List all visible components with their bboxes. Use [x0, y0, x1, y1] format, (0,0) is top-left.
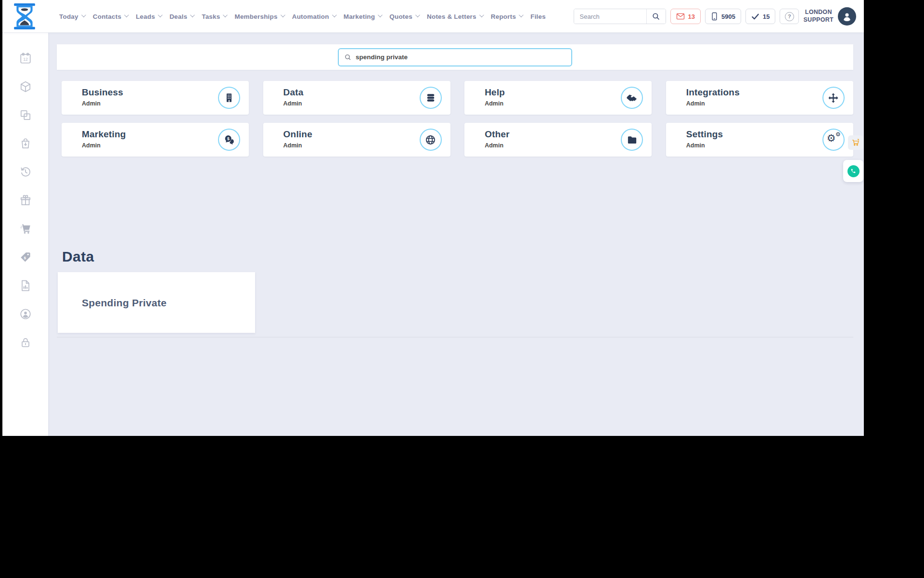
question-icon: ?	[785, 12, 794, 21]
history-icon[interactable]	[19, 166, 32, 178]
module-search-box	[338, 48, 572, 66]
section-heading: Data	[62, 249, 94, 265]
phone-badge[interactable]: 5905	[705, 9, 741, 24]
card-business[interactable]: Business Admin	[62, 81, 249, 115]
copy-icon[interactable]	[19, 109, 32, 121]
help-button[interactable]: ?	[780, 9, 799, 24]
cart-fab-button[interactable]	[848, 135, 863, 150]
globe-icon	[420, 129, 442, 151]
svg-text:12: 12	[23, 57, 28, 62]
card-other[interactable]: Other Admin	[464, 123, 652, 157]
nav-item-files[interactable]: Files	[530, 13, 546, 20]
card-integrations[interactable]: Integrations Admin	[666, 81, 853, 115]
main-nav: Today Contacts Leads Deals Tasks Members…	[59, 0, 546, 33]
user-avatar[interactable]	[838, 7, 856, 26]
mail-badge[interactable]: 13	[670, 9, 701, 24]
app-window: Today Contacts Leads Deals Tasks Members…	[2, 0, 864, 436]
module-search-band	[57, 44, 853, 70]
card-settings[interactable]: Settings Admin ⚙ ⚙	[666, 123, 853, 157]
card-marketing[interactable]: Marketing Admin $	[62, 123, 249, 157]
chevron-down-icon	[158, 13, 163, 17]
account-name: LONDON SUPPORT	[803, 9, 834, 24]
lock-icon[interactable]	[19, 336, 32, 349]
nav-item-notes-letters[interactable]: Notes & Letters	[427, 13, 483, 20]
search-button[interactable]	[646, 9, 666, 24]
top-bar: Today Contacts Leads Deals Tasks Members…	[2, 0, 864, 33]
mail-count: 13	[688, 13, 695, 20]
nav-item-memberships[interactable]: Memberships	[234, 13, 283, 20]
chevron-down-icon	[378, 13, 383, 17]
global-search	[574, 9, 666, 24]
left-sidebar: 12 $	[2, 33, 48, 436]
module-search-input[interactable]	[356, 53, 566, 61]
hourglass-logo[interactable]	[13, 3, 36, 29]
chevron-down-icon	[223, 13, 228, 17]
search-result-item[interactable]: Spending Private	[58, 272, 255, 333]
phone-extension: 5905	[721, 13, 735, 20]
building-icon	[218, 87, 240, 109]
mail-icon	[676, 13, 685, 20]
chevron-down-icon	[415, 13, 420, 17]
shopping-cart-icon	[851, 138, 860, 147]
money-chat-icon: $	[218, 129, 240, 151]
card-online[interactable]: Online Admin	[263, 123, 450, 157]
chevron-down-icon	[332, 13, 337, 17]
svg-text:$: $	[227, 136, 229, 141]
chevron-down-icon	[190, 13, 195, 17]
nav-item-tasks[interactable]: Tasks	[202, 13, 226, 20]
gift-icon[interactable]	[19, 194, 32, 207]
check-icon	[751, 13, 759, 20]
nav-item-deals[interactable]: Deals	[169, 13, 193, 20]
nav-item-leads[interactable]: Leads	[136, 13, 161, 20]
handshake-icon	[621, 87, 643, 109]
phone-icon	[847, 165, 860, 177]
chevron-down-icon	[479, 13, 484, 17]
nav-item-automation[interactable]: Automation	[292, 13, 335, 20]
cube-icon[interactable]	[19, 80, 32, 93]
task-count: 15	[763, 13, 770, 20]
chevron-down-icon	[81, 13, 86, 17]
person-icon	[841, 11, 853, 22]
mobile-phone-icon	[711, 12, 718, 21]
search-icon	[344, 53, 352, 61]
gears-icon: ⚙ ⚙	[822, 129, 845, 151]
calendar-icon[interactable]: 12	[19, 52, 32, 65]
card-help[interactable]: Help Admin	[464, 81, 652, 115]
nav-item-reports[interactable]: Reports	[491, 13, 522, 20]
chevron-down-icon	[124, 13, 129, 17]
nav-item-today[interactable]: Today	[59, 13, 85, 20]
move-arrows-icon	[822, 87, 845, 109]
user-circle-icon[interactable]	[19, 308, 32, 320]
tasks-badge[interactable]: 15	[745, 9, 775, 24]
admin-cards-grid: Business Admin Data Admin	[62, 81, 853, 157]
price-tag-icon[interactable]: $	[19, 251, 32, 263]
phone-chat-fab-button[interactable]	[843, 160, 863, 182]
nav-item-quotes[interactable]: Quotes	[389, 13, 419, 20]
report-icon[interactable]	[19, 279, 32, 292]
database-icon	[420, 87, 442, 109]
chevron-down-icon	[281, 13, 285, 17]
nav-item-marketing[interactable]: Marketing	[344, 13, 382, 20]
section-divider	[57, 337, 853, 338]
search-icon	[652, 12, 660, 21]
shopping-bag-icon[interactable]	[19, 137, 32, 150]
card-data[interactable]: Data Admin	[263, 81, 450, 115]
svg-text:$: $	[24, 256, 26, 260]
chevron-down-icon	[519, 13, 524, 17]
topbar-right-cluster: 13 5905 15 ? LONDON SU	[574, 0, 856, 33]
nav-item-contacts[interactable]: Contacts	[93, 13, 128, 20]
folder-icon	[621, 129, 643, 151]
global-search-input[interactable]	[574, 9, 646, 24]
cart-icon[interactable]	[19, 223, 32, 235]
